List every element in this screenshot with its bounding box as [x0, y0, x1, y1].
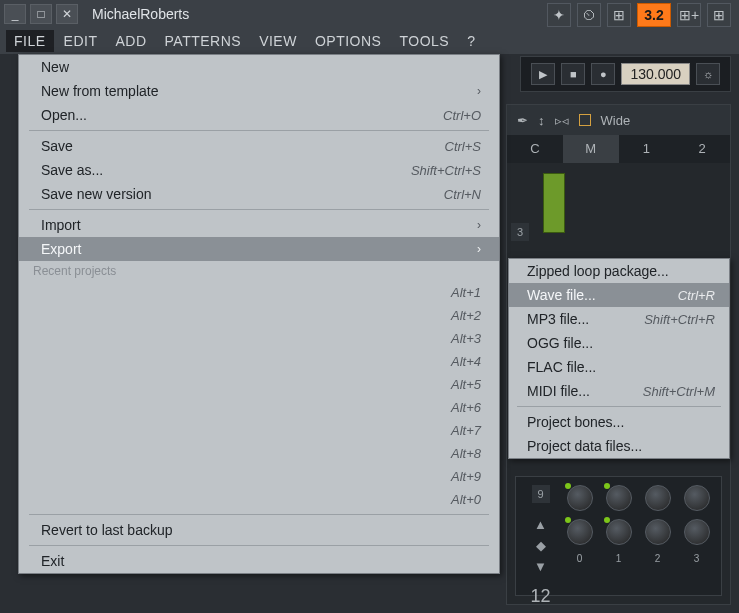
shortcut: Alt+1 [451, 285, 481, 300]
menubar: FILE EDIT ADD PATTERNS VIEW OPTIONS TOOL… [0, 28, 739, 54]
knob[interactable] [684, 519, 710, 545]
menu-item-recent[interactable]: Alt+4 [19, 350, 499, 373]
shortcut: Alt+0 [451, 492, 481, 507]
menu-item-exit[interactable]: Exit [19, 549, 499, 573]
separator [29, 545, 489, 546]
menu-patterns[interactable]: PATTERNS [157, 30, 250, 52]
shortcut: Ctrl+N [444, 187, 481, 202]
brush-icon[interactable]: ✒ [517, 113, 528, 128]
clock-icon[interactable]: ⏲ [577, 3, 601, 27]
menu-item-recent[interactable]: Alt+8 [19, 442, 499, 465]
menu-item-recent[interactable]: Alt+9 [19, 465, 499, 488]
col-1[interactable]: 1 [619, 135, 675, 163]
menu-item-import[interactable]: Import› [19, 213, 499, 237]
menu-help[interactable]: ? [459, 30, 483, 52]
chevron-right-icon: › [477, 84, 481, 98]
menu-item-recent[interactable]: Alt+2 [19, 304, 499, 327]
menu-item-new[interactable]: New [19, 55, 499, 79]
wide-square-icon[interactable] [579, 114, 591, 126]
maximize-button[interactable]: □ [30, 4, 52, 24]
menu-item-save-new-version[interactable]: Save new versionCtrl+N [19, 182, 499, 206]
export-project-bones[interactable]: Project bones... [509, 410, 729, 434]
export-project-data[interactable]: Project data files... [509, 434, 729, 458]
menu-tools[interactable]: TOOLS [391, 30, 457, 52]
arrow-icon[interactable]: ↕ [538, 113, 545, 128]
knob[interactable] [606, 519, 632, 545]
menu-item-recent[interactable]: Alt+1 [19, 281, 499, 304]
knob[interactable] [645, 485, 671, 511]
export-zipped[interactable]: Zipped loop package... [509, 259, 729, 283]
menu-item-recent[interactable]: Alt+7 [19, 419, 499, 442]
layout-3-icon[interactable]: ⊞ [707, 3, 731, 27]
menu-add[interactable]: ADD [107, 30, 154, 52]
menu-item-export[interactable]: Export› [19, 237, 499, 261]
scroll-arrows[interactable]: ▲◆▼ [534, 511, 547, 574]
metronome-icon[interactable]: ✦ [547, 3, 571, 27]
col-c[interactable]: C [507, 135, 563, 163]
tempo-display[interactable]: 130.000 [621, 63, 690, 85]
menu-item-recent[interactable]: Alt+3 [19, 327, 499, 350]
separator [29, 130, 489, 131]
separator [29, 209, 489, 210]
knob[interactable] [567, 485, 593, 511]
col-2[interactable]: 2 [674, 135, 730, 163]
shortcut: Shift+Ctrl+R [644, 312, 715, 327]
track-num: 3 [511, 223, 529, 241]
export-flac[interactable]: FLAC file... [509, 355, 729, 379]
record-button[interactable]: ● [591, 63, 615, 85]
shortcut: Shift+Ctrl+M [643, 384, 715, 399]
shortcut: Alt+6 [451, 400, 481, 415]
shortcut: Alt+8 [451, 446, 481, 461]
menu-item-recent[interactable]: Alt+6 [19, 396, 499, 419]
shortcut: Alt+3 [451, 331, 481, 346]
play-button[interactable]: ▶ [531, 63, 555, 85]
knob-label: 3 [694, 553, 700, 564]
menu-item-open[interactable]: Open...Ctrl+O [19, 103, 499, 127]
layout-2-icon[interactable]: ⊞+ [677, 3, 701, 27]
knob[interactable] [684, 485, 710, 511]
close-button[interactable]: ✕ [56, 4, 78, 24]
knob-label: 2 [655, 553, 661, 564]
menu-item-revert[interactable]: Revert to last backup [19, 518, 499, 542]
menu-item-recent[interactable]: Alt+5 [19, 373, 499, 396]
menu-file[interactable]: FILE [6, 30, 54, 52]
menu-item-save-as[interactable]: Save as...Shift+Ctrl+S [19, 158, 499, 182]
knob-label: 1 [616, 553, 622, 564]
menu-options[interactable]: OPTIONS [307, 30, 390, 52]
file-menu-dropdown: New New from template› Open...Ctrl+O Sav… [18, 54, 500, 574]
recent-projects-label: Recent projects [19, 261, 499, 281]
chevron-right-icon: › [477, 242, 481, 256]
export-submenu: Zipped loop package... Wave file...Ctrl+… [508, 258, 730, 459]
shortcut: Alt+7 [451, 423, 481, 438]
menu-item-new-template[interactable]: New from template› [19, 79, 499, 103]
transport-extra-icon[interactable]: ☼ [696, 63, 720, 85]
export-ogg[interactable]: OGG file... [509, 331, 729, 355]
project-title: MichaelRoberts [92, 6, 189, 22]
export-wave[interactable]: Wave file...Ctrl+R [509, 283, 729, 307]
counter-display[interactable]: 3.2 [637, 3, 671, 27]
shortcut: Ctrl+O [443, 108, 481, 123]
col-m[interactable]: M [563, 135, 619, 163]
knob[interactable] [645, 519, 671, 545]
menu-item-recent[interactable]: Alt+0 [19, 488, 499, 511]
wide-label: Wide [601, 113, 631, 128]
layout-1-icon[interactable]: ⊞ [607, 3, 631, 27]
menu-edit[interactable]: EDIT [56, 30, 106, 52]
menu-view[interactable]: VIEW [251, 30, 305, 52]
knob-label: 0 [577, 553, 583, 564]
export-midi[interactable]: MIDI file...Shift+Ctrl+M [509, 379, 729, 403]
minimize-button[interactable]: _ [4, 4, 26, 24]
shortcut: Ctrl+R [678, 288, 715, 303]
stop-button[interactable]: ■ [561, 63, 585, 85]
knob[interactable] [606, 485, 632, 511]
menu-item-save[interactable]: SaveCtrl+S [19, 134, 499, 158]
shortcut: Ctrl+S [445, 139, 481, 154]
export-mp3[interactable]: MP3 file...Shift+Ctrl+R [509, 307, 729, 331]
shortcut: Alt+5 [451, 377, 481, 392]
track-num: 9 [532, 485, 550, 503]
skip-icon[interactable]: ▹◃ [555, 113, 569, 128]
mixer-header: ✒ ↕ ▹◃ Wide [507, 105, 730, 135]
master-fader[interactable] [543, 173, 565, 233]
knob[interactable] [567, 519, 593, 545]
shortcut: Alt+4 [451, 354, 481, 369]
